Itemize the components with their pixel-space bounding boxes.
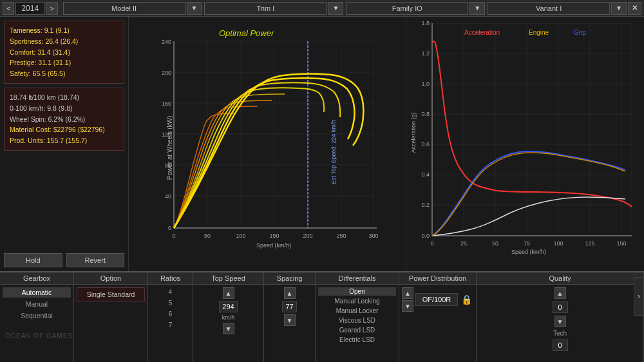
svg-text:125: 125 xyxy=(585,240,594,247)
gearbox-section: Gearbox Automatic Manual Sequential xyxy=(0,272,74,362)
topspeed-up-btn[interactable]: ▲ xyxy=(223,287,234,299)
model-label: Model II xyxy=(63,2,185,15)
prev-year-btn[interactable]: < xyxy=(3,2,14,15)
svg-text:0.6: 0.6 xyxy=(421,141,430,148)
gearbox-sequential[interactable]: Sequential xyxy=(3,310,71,321)
svg-text:100: 100 xyxy=(236,233,245,239)
spacing-up-btn[interactable]: ▲ xyxy=(284,287,296,299)
svg-text:Grip: Grip xyxy=(574,29,586,36)
svg-text:0.2: 0.2 xyxy=(421,202,430,208)
svg-text:150: 150 xyxy=(616,240,626,247)
svg-text:100: 100 xyxy=(553,240,563,247)
trim-label: Trim I xyxy=(204,2,327,15)
lock-icon[interactable]: 🔒 xyxy=(460,293,473,306)
diff-open[interactable]: Open xyxy=(318,287,396,296)
model-dropdown-arrow[interactable]: ▼ xyxy=(187,2,202,15)
svg-text:0: 0 xyxy=(430,240,433,247)
diff-viscous-lsd[interactable]: Viscous LSD xyxy=(318,316,396,325)
zero-hundred-stat: 0-100 km/h: 9.8 (9.8) xyxy=(10,103,118,114)
spacing-section: Spacing ▲ 77 ▼ xyxy=(264,272,316,362)
quality-controls: ▲ 0 ▼ Tech 0 xyxy=(479,287,641,351)
svg-text:50: 50 xyxy=(492,240,498,247)
watermark: OCEAN OF GAMES xyxy=(5,332,73,339)
svg-text:160: 160 xyxy=(162,100,171,107)
fuel-stat: 18.74 lt/100 km (18.74) xyxy=(10,92,118,103)
spacing-content: ▲ 77 ▼ xyxy=(264,285,315,362)
power-dist-spinners: ▲ ▼ xyxy=(402,287,413,312)
power-dist-down-btn[interactable]: ▼ xyxy=(402,300,413,312)
ratios-content: 4 5 6 7 xyxy=(148,285,193,362)
safety-stat: Safety: 65.5 (65.5) xyxy=(10,68,118,79)
option-header: Option xyxy=(74,272,147,285)
variant-dropdown-group: Variant I ▼ xyxy=(488,2,627,15)
svg-text:300: 300 xyxy=(368,233,378,239)
quality-content: ▲ 0 ▼ Tech 0 xyxy=(477,285,643,362)
quality-up-btn[interactable]: ▲ xyxy=(554,287,566,299)
gearbox-manual[interactable]: Manual xyxy=(3,299,71,309)
family-dropdown-group: Family IO ▼ xyxy=(346,2,485,15)
spacing-header: Spacing xyxy=(264,272,315,285)
svg-text:250: 250 xyxy=(336,233,346,239)
quality-section: Quality ▲ 0 ▼ Tech 0 › xyxy=(477,272,644,362)
svg-text:240: 240 xyxy=(162,39,171,45)
differentials-section: Differentials Open Manual Locking Manual… xyxy=(316,272,399,362)
variant-dropdown-arrow[interactable]: ▼ xyxy=(611,2,627,15)
svg-text:0.4: 0.4 xyxy=(421,171,430,178)
diff-manual-locking[interactable]: Manual Locking xyxy=(318,297,396,305)
stats-box-1: Tameness: 9.1 (9.1) Sportiness: 26.4 (26… xyxy=(4,21,124,84)
right-chart-area: 0.0 0.2 0.4 0.6 0.8 1.0 1.2 1.8 0 25 50 … xyxy=(406,17,644,271)
top-bar: < 2014 > Model II ▼ Trim I ▼ Family IO ▼… xyxy=(0,0,644,17)
next-year-btn[interactable]: > xyxy=(46,2,57,15)
close-btn[interactable]: ✕ xyxy=(628,2,641,15)
power-chart-svg: 0 40 80 120 160 200 240 0 50 100 150 200… xyxy=(148,35,386,254)
gearbox-automatic[interactable]: Automatic xyxy=(3,287,71,298)
bottom-panel: Gearbox Automatic Manual Sequential Opti… xyxy=(0,271,644,362)
prestige-stat: Prestige: 31.1 (31.1) xyxy=(10,57,118,68)
power-dist-header: Power Distribution xyxy=(399,272,476,285)
ratio-6: 6 xyxy=(168,309,173,318)
power-dist-up-btn[interactable]: ▲ xyxy=(402,287,413,299)
diff-geared-lsd[interactable]: Geared LSD xyxy=(318,326,396,334)
power-dist-section: Power Distribution ▲ ▼ OF/100R 🔒 xyxy=(399,272,477,362)
hold-btn[interactable]: Hold xyxy=(4,253,62,267)
chart-title: Optimal Power xyxy=(219,28,274,38)
ratios-section: Ratios 4 5 6 7 xyxy=(148,272,193,362)
comfort-stat: Comfort: 31.4 (31.4) xyxy=(10,47,118,58)
prod-units-stat: Prod. Units: 155.7 (155.7) xyxy=(10,135,118,146)
power-chart-area: Optimal Power Power at Wheels (kW) Est T… xyxy=(129,17,406,271)
spacing-down-btn[interactable]: ▼ xyxy=(284,314,296,326)
differentials-content: Open Manual Locking Manual Locker Viscou… xyxy=(316,285,399,362)
revert-btn[interactable]: Revert xyxy=(66,253,125,267)
right-side-arrow[interactable]: › xyxy=(634,277,644,316)
ratio-7: 7 xyxy=(168,320,173,329)
year-display: 2014 xyxy=(15,2,44,15)
svg-text:150: 150 xyxy=(269,233,279,239)
option-value[interactable]: Single Standard xyxy=(77,287,145,301)
tech-label: Tech xyxy=(553,330,567,337)
trim-dropdown-arrow[interactable]: ▼ xyxy=(328,2,343,15)
spacing-value: 77 xyxy=(282,301,296,312)
tech-value: 0 xyxy=(553,339,568,351)
svg-rect-29 xyxy=(432,23,632,236)
svg-text:Speed (km/h): Speed (km/h) xyxy=(511,249,546,255)
svg-text:40: 40 xyxy=(165,193,171,200)
svg-text:0.8: 0.8 xyxy=(421,111,430,117)
power-dist-controls: ▲ ▼ OF/100R 🔒 xyxy=(402,287,473,312)
material-cost-stat: Material Cost: $22796 ($22796) xyxy=(10,124,118,135)
diff-electric-lsd[interactable]: Electric LSD xyxy=(318,336,396,344)
wheel-spin-stat: Wheel Spin: 6.2% (6.2%) xyxy=(10,114,118,125)
gearbox-options: Automatic Manual Sequential xyxy=(0,285,73,362)
family-dropdown-arrow[interactable]: ▼ xyxy=(469,2,485,15)
svg-text:75: 75 xyxy=(524,240,530,247)
svg-rect-0 xyxy=(174,41,374,228)
topspeed-down-btn[interactable]: ▼ xyxy=(223,323,234,334)
svg-text:Acceleration: Acceleration xyxy=(464,29,500,36)
ratio-4: 4 xyxy=(168,287,173,296)
svg-text:1.8: 1.8 xyxy=(421,20,430,26)
chart-y-label: Power at Wheels (kW) xyxy=(166,115,173,179)
stats-box-2: 18.74 lt/100 km (18.74) 0-100 km/h: 9.8 … xyxy=(4,88,124,151)
quality-down-btn[interactable]: ▼ xyxy=(554,316,566,327)
svg-text:Acceleration (g): Acceleration (g) xyxy=(410,112,417,153)
topspeed-content: ▲ 294 km/h ▼ xyxy=(193,285,263,362)
diff-manual-locker[interactable]: Manual Locker xyxy=(318,307,396,315)
